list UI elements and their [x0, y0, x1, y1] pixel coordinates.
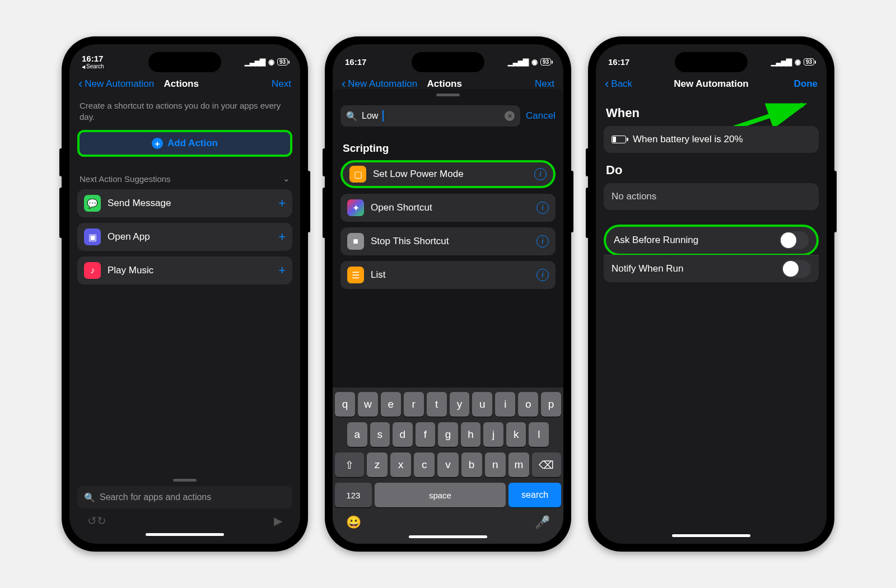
info-icon[interactable]: i: [536, 269, 549, 281]
home-indicator[interactable]: [409, 535, 487, 538]
play-icon[interactable]: ▶: [274, 514, 282, 528]
key-l[interactable]: l: [529, 422, 549, 447]
key-x[interactable]: x: [390, 452, 411, 477]
battery-icon: 93: [804, 58, 814, 66]
backspace-key[interactable]: ⌫: [532, 452, 561, 477]
key-g[interactable]: g: [438, 422, 458, 447]
home-indicator[interactable]: [672, 534, 750, 537]
suggestion-row[interactable]: ▣ Open App +: [77, 223, 292, 251]
chevron-down-icon: ⌄: [283, 174, 290, 184]
chevron-left-icon: ‹: [342, 78, 346, 90]
space-key[interactable]: space: [375, 483, 506, 507]
key-z[interactable]: z: [367, 452, 388, 477]
key-y[interactable]: y: [450, 392, 470, 417]
ask-before-running-row[interactable]: Ask Before Running: [604, 225, 819, 256]
when-group[interactable]: When battery level is 20%: [604, 126, 819, 153]
key-w[interactable]: w: [358, 392, 378, 417]
key-o[interactable]: o: [518, 392, 538, 417]
home-indicator[interactable]: [146, 533, 224, 536]
search-placeholder: Search for apps and actions: [100, 492, 211, 502]
key-j[interactable]: j: [483, 422, 503, 447]
done-button[interactable]: Done: [794, 78, 818, 90]
key-p[interactable]: p: [541, 392, 561, 417]
next-button[interactable]: Next: [272, 78, 291, 90]
plus-icon[interactable]: +: [278, 196, 286, 211]
plus-icon[interactable]: +: [278, 263, 286, 278]
notify-label: Notify When Run: [612, 263, 684, 274]
back-to-search[interactable]: Search: [82, 64, 104, 69]
key-n[interactable]: n: [485, 452, 506, 477]
back-button[interactable]: ‹ New Automation Actions: [342, 78, 462, 90]
result-row[interactable]: ☰ List i: [340, 261, 556, 289]
add-action-label: Add Action: [167, 138, 218, 149]
key-r[interactable]: r: [404, 392, 424, 417]
helper-text: Create a shortcut to actions you do in y…: [77, 96, 292, 130]
emoji-key[interactable]: 😀: [346, 515, 361, 530]
nav-back-label: Back: [611, 78, 632, 90]
key-m[interactable]: m: [508, 452, 529, 477]
wifi-icon: ◉: [795, 58, 800, 66]
key-k[interactable]: k: [506, 422, 526, 447]
result-row[interactable]: ✦ Open Shortcut i: [340, 194, 556, 222]
key-u[interactable]: u: [472, 392, 492, 417]
key-e[interactable]: e: [381, 392, 401, 417]
notify-row[interactable]: Notify When Run: [604, 255, 819, 282]
key-t[interactable]: t: [427, 392, 447, 417]
key-i[interactable]: i: [495, 392, 515, 417]
nav-bar: ‹ Back New Automation Done: [596, 73, 827, 96]
suggestions-header[interactable]: Next Action Suggestions ⌄: [77, 157, 292, 189]
dictation-key[interactable]: 🎤: [535, 515, 550, 530]
grabber[interactable]: [436, 94, 460, 96]
cancel-button[interactable]: Cancel: [526, 110, 556, 122]
info-icon[interactable]: i: [534, 168, 547, 180]
suggestions-title: Next Action Suggestions: [80, 174, 171, 184]
add-action-button[interactable]: + Add Action: [77, 130, 292, 157]
result-label: Open Shortcut: [371, 202, 432, 213]
suggestion-label: Play Music: [108, 265, 153, 276]
result-label: List: [371, 269, 385, 281]
suggestion-row[interactable]: 💬 Send Message +: [77, 189, 292, 217]
key-d[interactable]: d: [393, 422, 413, 447]
info-icon[interactable]: i: [536, 202, 549, 214]
redo-icon[interactable]: ↻: [97, 514, 106, 528]
shift-key[interactable]: ⇧: [335, 452, 364, 477]
clear-icon[interactable]: ✕: [505, 111, 515, 121]
result-row[interactable]: ▢ Set Low Power Mode i: [340, 160, 556, 188]
key-c[interactable]: c: [414, 452, 435, 477]
when-text: When battery level is 20%: [633, 134, 743, 145]
key-s[interactable]: s: [370, 422, 390, 447]
key-b[interactable]: b: [461, 452, 482, 477]
key-f[interactable]: f: [416, 422, 436, 447]
do-group[interactable]: No actions: [604, 183, 819, 210]
phone-3: 16:17 ▁▃▅▇ ◉ 93 ‹ Back New Automation Do…: [588, 36, 834, 552]
plus-icon[interactable]: +: [278, 230, 286, 244]
nav-title: Actions: [164, 78, 199, 90]
suggestion-row[interactable]: ♪ Play Music +: [77, 256, 292, 284]
search-input[interactable]: 🔍 Search for apps and actions: [77, 486, 292, 508]
ask-toggle[interactable]: [780, 231, 809, 249]
key-a[interactable]: a: [347, 422, 367, 447]
grabber[interactable]: [173, 479, 197, 482]
next-button[interactable]: Next: [535, 78, 554, 90]
result-label: Stop This Shortcut: [371, 236, 449, 247]
key-v[interactable]: v: [437, 452, 458, 477]
nav-back-label: New Automation: [85, 78, 154, 90]
nav-title: Actions: [427, 78, 462, 90]
key-h[interactable]: h: [461, 422, 481, 447]
ask-before-label: Ask Before Running: [614, 235, 698, 246]
cellular-icon: ▁▃▅▇: [508, 58, 528, 66]
search-input[interactable]: 🔍 Low ✕: [340, 105, 520, 127]
notify-toggle[interactable]: [782, 260, 811, 278]
back-button[interactable]: ‹ Back: [605, 78, 632, 90]
plus-circle-icon: +: [152, 138, 163, 149]
wifi-icon: ◉: [531, 58, 537, 66]
123-key[interactable]: 123: [335, 483, 372, 507]
back-button[interactable]: ‹ New Automation Actions: [78, 78, 199, 90]
battery-level-icon: [612, 136, 626, 143]
nav-title: New Automation: [674, 78, 748, 90]
search-key[interactable]: search: [508, 483, 561, 507]
undo-icon[interactable]: ↺: [87, 514, 97, 528]
result-row[interactable]: ■ Stop This Shortcut i: [340, 227, 556, 255]
info-icon[interactable]: i: [536, 235, 549, 248]
key-q[interactable]: q: [335, 392, 355, 417]
